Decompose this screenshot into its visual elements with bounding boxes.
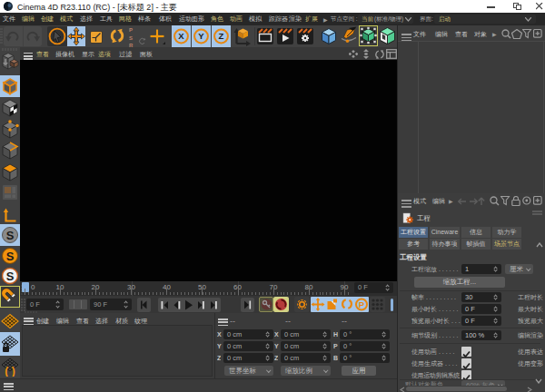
svg-text:X: X — [178, 31, 184, 41]
svg-text:Y: Y — [198, 31, 204, 41]
svg-text:S: S — [6, 229, 15, 242]
svg-text:P: P — [359, 299, 365, 309]
svg-text:S: S — [6, 270, 15, 283]
svg-text:Z: Z — [219, 31, 224, 41]
svg-text:( ): ( ) — [5, 365, 15, 377]
svg-text:S: S — [6, 250, 15, 263]
